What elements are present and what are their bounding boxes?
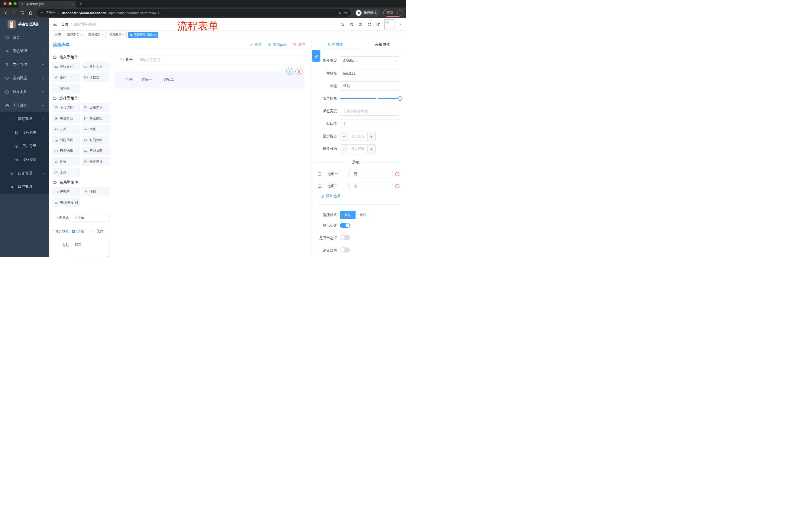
- sidebar-item[interactable]: 工作流程: [0, 99, 49, 112]
- component-item[interactable]: 下拉选择: [52, 103, 80, 112]
- component-item[interactable]: 行容器: [52, 187, 80, 196]
- browser-menu-dots-icon[interactable]: ⋮: [396, 11, 399, 15]
- option-name-input[interactable]: [325, 170, 349, 178]
- toggle-switch[interactable]: [340, 247, 350, 252]
- sidebar-item[interactable]: 任务管理: [0, 166, 49, 180]
- default-value-input[interactable]: [340, 119, 400, 128]
- sidebar-item[interactable]: 流程模型: [0, 153, 49, 166]
- form-remark-textarea[interactable]: 嘿嘿: [72, 241, 110, 257]
- bookmark-star-icon[interactable]: [344, 11, 347, 15]
- stepper-increase-button[interactable]: +: [367, 132, 375, 141]
- help-icon[interactable]: [358, 22, 363, 27]
- component-item[interactable]: 开关: [52, 125, 80, 134]
- option-name-input[interactable]: [325, 182, 349, 190]
- back-icon[interactable]: [3, 10, 8, 15]
- delete-component-button[interactable]: [295, 68, 302, 75]
- user-avatar[interactable]: [384, 19, 395, 29]
- forward-icon[interactable]: [12, 10, 16, 15]
- fullscreen-icon[interactable]: [367, 22, 372, 27]
- component-item[interactable]: 级联选择: [82, 103, 110, 112]
- tab-component-props[interactable]: 组件属性: [312, 39, 359, 50]
- stepper-decrease-button[interactable]: −: [340, 132, 348, 141]
- slider-knob[interactable]: [398, 96, 402, 101]
- style-option-button[interactable]: 按钮: [355, 211, 371, 219]
- address-bar[interactable]: 不安全 dashboard.yudao.iocoder.cn/bpm/manag…: [37, 9, 351, 17]
- component-item[interactable]: 时间选择: [52, 136, 80, 144]
- close-tag-icon[interactable]: ×: [102, 33, 103, 37]
- sidebar-item[interactable]: ¥ 支付管理: [0, 58, 49, 72]
- toggle-switch[interactable]: [340, 223, 350, 228]
- update-button[interactable]: 更新 ⋮: [383, 9, 403, 17]
- style-option-button[interactable]: 默认: [340, 211, 355, 219]
- form-grid-slider[interactable]: [340, 94, 400, 103]
- phone-input[interactable]: [136, 55, 304, 65]
- label-width-input[interactable]: [340, 107, 400, 116]
- sidebar-item[interactable]: 用户分组: [0, 139, 49, 153]
- close-window-button[interactable]: [3, 2, 6, 5]
- sidebar-item[interactable]: 研发工具: [0, 85, 49, 99]
- tag-item[interactable]: 流程模型 ×: [86, 32, 106, 38]
- add-option-button[interactable]: 添加选项: [320, 194, 400, 198]
- search-icon[interactable]: [340, 22, 345, 27]
- tag-item[interactable]: 流程表单-编辑 ×: [128, 32, 158, 38]
- sidebar-item[interactable]: 流程表单: [0, 126, 49, 139]
- component-item[interactable]: 日期选择: [52, 146, 80, 155]
- component-item[interactable]: 按钮: [82, 187, 110, 196]
- toggle-switch[interactable]: [340, 235, 350, 240]
- tab-form-props[interactable]: 表单属性: [359, 39, 406, 50]
- minimize-window-button[interactable]: [8, 2, 11, 5]
- sidebar-item[interactable]: 首页: [0, 31, 49, 44]
- component-item[interactable]: 单行文本: [52, 62, 80, 71]
- close-tag-icon[interactable]: ×: [123, 33, 124, 37]
- stepper-increase-button[interactable]: +: [367, 144, 375, 153]
- component-item[interactable]: 评分: [52, 157, 80, 166]
- component-type-select[interactable]: 多选框组: [340, 56, 400, 65]
- component-item[interactable]: 颜色选择: [82, 157, 110, 166]
- checkbox-option[interactable]: 选项一: [136, 77, 152, 82]
- component-item[interactable]: 多行文本: [82, 62, 110, 71]
- window-controls[interactable]: [3, 2, 17, 5]
- close-tag-icon[interactable]: ×: [80, 33, 82, 37]
- component-item[interactable]: 上传: [52, 168, 80, 177]
- checkbox-option[interactable]: 选项二: [158, 77, 174, 82]
- component-item[interactable]: 密码: [52, 73, 80, 82]
- stepper-placeholder[interactable]: 至少应选: [348, 132, 367, 141]
- view-json-button[interactable]: 查看json: [268, 43, 287, 47]
- sidebar-item[interactable]: 基础设施: [0, 72, 49, 85]
- save-button[interactable]: 保存: [250, 43, 262, 47]
- component-item[interactable]: 日期范围: [82, 146, 110, 155]
- maximize-window-button[interactable]: [13, 2, 17, 5]
- close-tab-icon[interactable]: ×: [71, 2, 74, 6]
- home-icon[interactable]: [28, 10, 33, 15]
- status-on-radio[interactable]: 开启: [72, 229, 84, 234]
- selected-component-block[interactable]: 性别 选项一 选项二: [115, 72, 304, 88]
- tag-item[interactable]: 首页: [53, 32, 63, 38]
- close-tag-icon[interactable]: ×: [154, 33, 156, 37]
- checkbox-icon[interactable]: [136, 78, 139, 81]
- component-item[interactable]: 表格[开发中]: [52, 198, 80, 207]
- clear-button[interactable]: 清空: [293, 43, 305, 47]
- status-off-radio[interactable]: 关闭: [91, 229, 104, 234]
- component-item[interactable]: 多选框组: [82, 114, 110, 123]
- avatar-caret-icon[interactable]: [399, 23, 402, 26]
- copy-component-button[interactable]: [286, 68, 293, 75]
- drag-handle-icon[interactable]: [317, 171, 322, 177]
- sidebar-item[interactable]: 请假查询: [0, 180, 49, 194]
- password-key-icon[interactable]: [338, 11, 342, 15]
- component-item[interactable]: 123计数器: [82, 73, 110, 82]
- browser-tab[interactable]: 芋道管理系统 ×: [18, 1, 76, 7]
- title-input[interactable]: [340, 81, 400, 90]
- data-binding-tab[interactable]: [312, 50, 320, 62]
- reload-icon[interactable]: [20, 10, 25, 15]
- component-item[interactable]: 单选框组: [52, 114, 80, 123]
- tag-item[interactable]: 流程定义 ×: [65, 32, 84, 38]
- remove-option-icon[interactable]: [395, 184, 400, 189]
- font-size-icon[interactable]: tT: [376, 22, 380, 26]
- remove-option-icon[interactable]: [395, 171, 400, 177]
- breadcrumb-home[interactable]: 首页: [61, 22, 68, 27]
- component-item[interactable]: 时间范围: [82, 136, 110, 144]
- new-tab-button[interactable]: +: [79, 1, 82, 7]
- stepper-decrease-button[interactable]: −: [340, 144, 348, 153]
- tag-item[interactable]: 流程表单 ×: [107, 32, 127, 38]
- checkbox-icon[interactable]: [158, 78, 161, 81]
